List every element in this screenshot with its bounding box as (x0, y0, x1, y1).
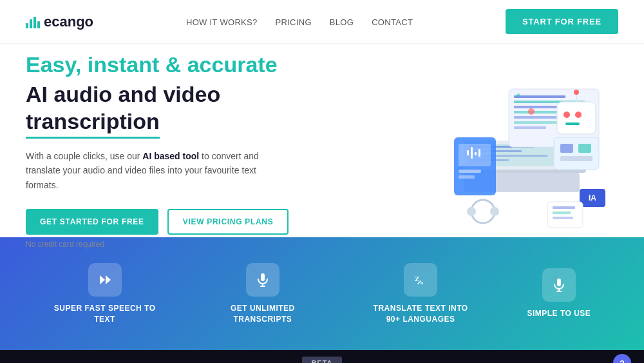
simple-label: SIMPLE TO USE (527, 308, 591, 319)
feature-translate: Z a TRANSLATE TEXT INTO 90+ LANGUAGES (369, 263, 472, 325)
hero-title: AI audio and video transcription (26, 81, 361, 139)
svg-rect-30 (467, 150, 469, 155)
features-section: SUPER FAST SPEECH TO TEXT GET UNLIMITED … (0, 237, 644, 350)
svg-rect-36 (547, 202, 583, 228)
svg-rect-31 (471, 147, 473, 159)
svg-rect-24 (578, 144, 591, 153)
logo[interactable]: ecango (26, 14, 93, 30)
svg-point-18 (575, 112, 582, 118)
svg-rect-19 (565, 123, 580, 125)
svg-rect-22 (554, 137, 599, 170)
nav-pricing[interactable]: PRICING (276, 17, 312, 27)
hero-title-line1: AI audio and video (26, 82, 220, 106)
hero-desc-start: With a couple clicks, use our (26, 151, 142, 161)
svg-rect-37 (553, 206, 575, 209)
hero-content: Easy, instant & accurate AI audio and vi… (26, 52, 361, 249)
transcripts-icon-box (246, 263, 279, 297)
hero-buttons: GET STARTED FOR FREE VIEW PRICING PLANS (26, 209, 361, 235)
svg-rect-32 (475, 152, 477, 155)
svg-text:IA: IA (589, 193, 596, 202)
svg-rect-28 (459, 170, 481, 173)
fast-forward-icon (97, 272, 113, 288)
logo-bar-4 (37, 21, 40, 28)
hero-desc-bold: AI based tool (142, 151, 199, 161)
footer-bar: BETA ? (0, 350, 644, 363)
translate-icon-box: Z a (404, 263, 437, 297)
svg-rect-33 (478, 149, 480, 157)
svg-text:Z: Z (415, 275, 419, 282)
microphone-icon (255, 272, 270, 288)
nav-blog[interactable]: BLOG (330, 17, 354, 27)
svg-rect-23 (560, 144, 573, 153)
speech-to-text-label: SUPER FAST SPEECH TO TEXT (53, 303, 156, 325)
microphone2-icon (551, 277, 567, 293)
translate-label: TRANSLATE TEXT INTO 90+ LANGUAGES (369, 303, 472, 325)
svg-rect-25 (560, 156, 592, 161)
simple-icon-box (542, 268, 576, 302)
logo-icon (26, 15, 40, 28)
beta-badge: BETA (302, 357, 341, 363)
help-button[interactable]: ? (613, 354, 631, 363)
hero-illustration: IA (419, 50, 625, 237)
nav-how-it-works[interactable]: HOW IT WORKS? (186, 17, 258, 27)
svg-rect-27 (459, 144, 491, 166)
feature-transcripts: GET UNLIMITED TRANSCRIPTS (211, 263, 314, 325)
svg-text:a: a (421, 280, 423, 286)
transcripts-label: GET UNLIMITED TRANSCRIPTS (211, 303, 314, 325)
hero-title-line2: transcription (26, 108, 160, 139)
logo-name: ecango (44, 14, 93, 30)
nav-links: HOW IT WORKS? PRICING BLOG CONTACT (186, 16, 413, 28)
start-for-free-button[interactable]: START FOR FREE (506, 9, 618, 34)
svg-rect-16 (557, 102, 596, 134)
svg-point-43 (528, 108, 535, 115)
svg-point-44 (516, 93, 520, 97)
feature-speech-to-text: SUPER FAST SPEECH TO TEXT (53, 263, 156, 325)
svg-rect-15 (514, 126, 546, 129)
svg-rect-50 (557, 279, 561, 286)
hero-tagline: Easy, instant & accurate (26, 52, 361, 78)
svg-rect-45 (261, 273, 265, 281)
svg-rect-39 (553, 217, 573, 219)
navbar: ecango HOW IT WORKS? PRICING BLOG CONTAC… (0, 0, 644, 44)
svg-point-17 (564, 112, 570, 118)
svg-point-21 (574, 90, 579, 95)
speech-to-text-icon-box (88, 263, 122, 297)
svg-rect-9 (514, 95, 565, 98)
view-pricing-button[interactable]: VIEW PRICING PLANS (167, 209, 289, 235)
svg-point-41 (467, 207, 476, 216)
logo-bar-2 (30, 19, 32, 28)
hero-description: With a couple clicks, use our AI based t… (26, 149, 283, 192)
svg-rect-38 (553, 211, 571, 214)
translate-icon: Z a (413, 272, 428, 288)
logo-bar-3 (33, 17, 36, 28)
nav-contact[interactable]: CONTACT (372, 17, 413, 27)
feature-simple: SIMPLE TO USE (527, 268, 591, 319)
svg-rect-29 (459, 175, 475, 179)
no-credit-card-text: No credit card required (26, 240, 361, 249)
logo-bar-1 (26, 23, 28, 28)
hero-section: Easy, instant & accurate AI audio and vi… (0, 44, 644, 237)
svg-rect-12 (514, 111, 559, 113)
svg-point-42 (490, 207, 499, 216)
get-started-button[interactable]: GET STARTED FOR FREE (26, 209, 158, 235)
